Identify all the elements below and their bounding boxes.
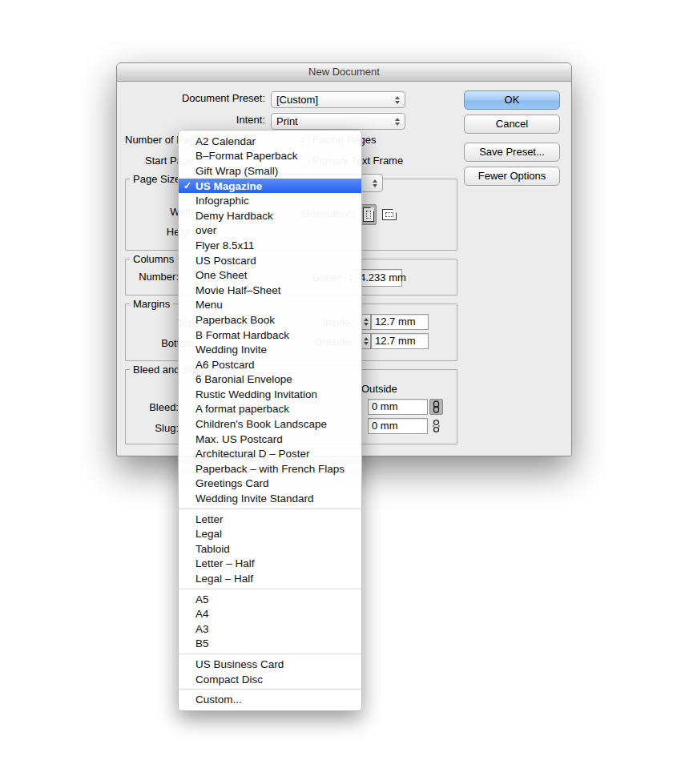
menu-item[interactable]: Children's Book Landscape <box>179 416 361 432</box>
intent-popup[interactable]: Print <box>271 113 405 130</box>
menu-item[interactable]: Infographic <box>179 193 361 208</box>
checkmark-icon: ✓ <box>183 180 195 191</box>
menu-item[interactable]: US Postcard <box>179 253 361 268</box>
menu-item-label: Wedding Invite <box>195 344 267 356</box>
menu-item[interactable]: A6 Postcard <box>179 357 361 372</box>
menu-item[interactable]: US Business Card <box>179 657 361 672</box>
link-icon <box>432 400 441 413</box>
menu-item[interactable]: A4 <box>179 606 361 621</box>
menu-item[interactable]: Custom... <box>179 692 361 707</box>
menu-item-label: Legal <box>195 528 222 540</box>
menu-item-label: Letter – Half <box>195 557 255 569</box>
page-size-menu: A2 CalendarB–Format PaperbackGift Wrap (… <box>178 130 362 711</box>
menu-item[interactable]: Wedding Invite <box>179 342 361 357</box>
menu-item[interactable]: Legal <box>179 526 361 541</box>
menu-item-label: Rustic Wedding Invitation <box>195 388 317 400</box>
menu-item[interactable]: A5 <box>179 592 361 607</box>
slug-link-button[interactable] <box>429 418 443 434</box>
menu-item-label: Wedding Invite Standard <box>195 493 314 505</box>
menu-item[interactable]: Demy Hardback <box>179 208 361 223</box>
intent-value: Print <box>276 115 298 127</box>
screen: New Document Document Preset: [Custom] I… <box>0 0 681 784</box>
menu-item[interactable]: A2 Calendar <box>179 134 361 149</box>
menu-item-label: Greetings Card <box>195 477 269 489</box>
document-preset-popup[interactable]: [Custom] <box>271 91 405 108</box>
bleed-link-button[interactable] <box>429 399 443 415</box>
bleed-outside-field[interactable]: 0 mm <box>368 399 428 415</box>
menu-item-label: US Postcard <box>195 255 256 267</box>
menu-item-label: A format paperback <box>195 403 289 415</box>
menu-item[interactable]: Rustic Wedding Invitation <box>179 387 361 402</box>
menu-separator <box>179 653 361 654</box>
menu-item[interactable]: Paperback – with French Flaps <box>179 461 361 476</box>
menu-item[interactable]: Compact Disc <box>179 672 361 687</box>
menu-item-label: Custom... <box>195 694 242 706</box>
menu-item[interactable]: Legal – Half <box>179 571 361 586</box>
menu-item[interactable]: Paperback Book <box>179 312 361 328</box>
fewer-options-button[interactable]: Fewer Options <box>464 167 560 186</box>
menu-item[interactable]: B5 <box>179 637 361 652</box>
document-preset-label: Document Preset: <box>125 92 265 105</box>
popup-stepper-icon <box>373 179 377 187</box>
menu-item-label: over <box>195 224 216 236</box>
bleed-label: Bleed: <box>123 401 179 414</box>
save-preset-button[interactable]: Save Preset... <box>464 143 560 162</box>
menu-item-label: Infographic <box>195 195 249 207</box>
menu-item-label: Max. US Postcard <box>195 433 283 445</box>
menu-item[interactable]: One Sheet <box>179 267 361 283</box>
dialog-title: New Document <box>308 66 380 78</box>
menu-item[interactable]: 6 Baronial Envelope <box>179 372 361 388</box>
menu-item[interactable]: Greetings Card <box>179 476 361 492</box>
menu-item-label: Demy Hardback <box>195 210 273 222</box>
bleed-outside-header: Outside <box>361 383 397 396</box>
menu-item-label: Compact Disc <box>195 673 263 685</box>
menu-item[interactable]: B Format Hardback <box>179 328 361 343</box>
orientation-portrait-button[interactable] <box>360 204 377 225</box>
menu-item[interactable]: ✓US Magazine <box>179 179 361 194</box>
menu-item-label: Architectural D – Poster <box>195 448 310 460</box>
slug-outside-field[interactable]: 0 mm <box>368 418 428 434</box>
margin-inside-field[interactable]: 12.7 mm <box>371 314 429 330</box>
landscape-page-icon <box>382 209 397 220</box>
columns-group-label: Columns <box>130 253 177 265</box>
menu-item[interactable]: Flyer 8.5x11 <box>179 238 361 253</box>
cancel-button[interactable]: Cancel <box>464 115 560 134</box>
slug-label: Slug: <box>123 422 179 435</box>
menu-separator <box>179 589 361 589</box>
ok-button[interactable]: OK <box>464 90 560 110</box>
menu-item-label: US Business Card <box>195 658 284 670</box>
menu-item[interactable]: B–Format Paperback <box>179 149 361 164</box>
menu-item[interactable]: Max. US Postcard <box>179 432 361 447</box>
dialog-titlebar[interactable]: New Document <box>117 63 571 82</box>
menu-item[interactable]: A format paperback <box>179 402 361 417</box>
menu-item[interactable]: Letter <box>179 512 361 527</box>
menu-item-label: Paperback Book <box>195 314 275 326</box>
menu-item[interactable]: A3 <box>179 621 361 637</box>
popup-stepper-icon <box>395 118 400 126</box>
menu-item-label: Menu <box>195 299 223 311</box>
gutter-field[interactable]: 4.233 mm <box>356 269 402 287</box>
menu-separator <box>179 689 361 690</box>
menu-item[interactable]: Letter – Half <box>179 557 361 572</box>
menu-item-label: One Sheet <box>195 269 248 281</box>
menu-item-label: A4 <box>195 608 209 620</box>
orientation-landscape-button[interactable] <box>381 204 397 225</box>
menu-item-label: A6 Postcard <box>195 359 255 371</box>
broken-link-icon <box>432 420 441 432</box>
menu-item[interactable]: Wedding Invite Standard <box>179 491 361 506</box>
menu-item-label: A2 Calendar <box>195 135 256 147</box>
menu-item[interactable]: Gift Wrap (Small) <box>179 163 361 179</box>
menu-item-label: A3 <box>195 623 209 635</box>
menu-item[interactable]: Architectural D – Poster <box>179 446 361 461</box>
menu-separator <box>179 509 361 509</box>
menu-item[interactable]: Tabloid <box>179 541 361 557</box>
margin-outside-field[interactable]: 12.7 mm <box>371 333 429 349</box>
menu-item[interactable]: over <box>179 223 361 239</box>
menu-item-label: B5 <box>195 637 209 649</box>
margins-group-label: Margins <box>130 298 173 310</box>
menu-item[interactable]: Menu <box>179 298 361 313</box>
menu-item-label: US Magazine <box>195 180 262 192</box>
document-preset-value: [Custom] <box>276 94 318 106</box>
menu-item-label: B Format Hardback <box>195 329 289 341</box>
menu-item[interactable]: Movie Half–Sheet <box>179 283 361 298</box>
